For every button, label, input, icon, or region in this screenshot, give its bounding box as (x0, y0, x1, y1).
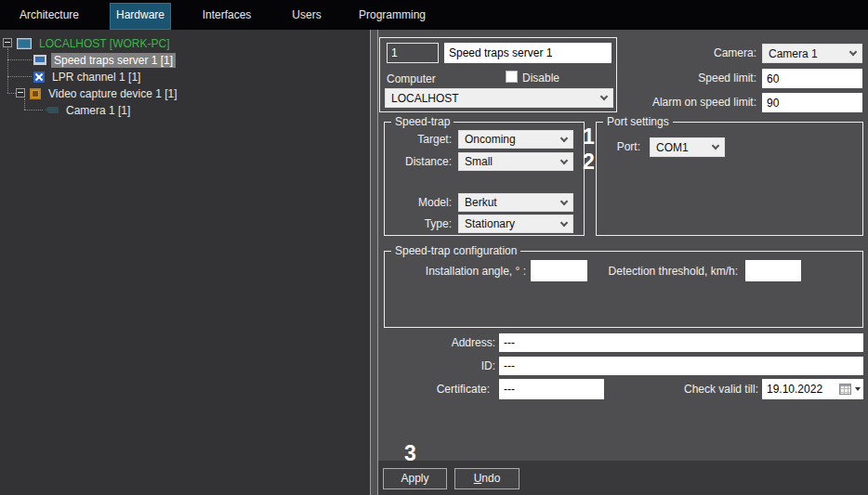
speed-trap-configuration-group: Speed-trap configuration Installation an… (384, 251, 863, 328)
identity-group: Computer Disable LOCALHOST (379, 37, 617, 112)
tree-item-label[interactable]: LPR channel 1 [1] (49, 70, 143, 85)
step-1-annotation: 1 (583, 124, 595, 150)
computer-select-value: LOCALHOST (391, 92, 459, 105)
main-tab-bar: Architecture Hardware Interfaces Users P… (0, 0, 868, 30)
tree-item-label-selected[interactable]: Speed traps server 1 [1] (51, 53, 176, 68)
tree-connector (7, 48, 8, 93)
certificate-label: Certificate: (437, 383, 490, 396)
undo-button[interactable]: Undo (454, 468, 519, 489)
tree-item-video-capture-device[interactable]: Video capture device 1 [1] (30, 85, 180, 101)
check-valid-till-label: Check valid till: (684, 383, 758, 396)
camera-icon (48, 107, 59, 113)
type-select[interactable]: Stationary (458, 215, 573, 233)
speed-trap-legend: Speed-trap (391, 115, 454, 128)
detection-threshold-field[interactable] (745, 260, 801, 281)
tree-item-speed-traps-server[interactable]: Speed traps server 1 [1] (33, 52, 176, 68)
distance-select-value: Small (465, 155, 493, 168)
target-select[interactable]: Oncoming (458, 130, 573, 149)
chevron-down-icon (560, 218, 568, 226)
speed-limit-label: Speed limit: (698, 72, 756, 85)
model-select-value: Berkut (465, 196, 497, 209)
monitor-icon (17, 38, 32, 49)
id-field[interactable] (499, 357, 863, 375)
undo-label-rest: ndo (481, 472, 500, 485)
port-settings-legend: Port settings (603, 115, 673, 128)
port-select[interactable]: COM1 (650, 137, 725, 157)
speed-trap-configuration-legend: Speed-trap configuration (391, 244, 520, 257)
camera-label: Camera: (714, 46, 756, 59)
id-label: ID: (481, 359, 495, 372)
certificate-field[interactable] (499, 379, 604, 399)
device-name-field[interactable] (444, 43, 612, 63)
collapse-icon[interactable] (16, 88, 25, 98)
undo-accelerator: U (474, 472, 482, 485)
tree-connector (7, 76, 32, 77)
alarm-speed-limit-field[interactable] (762, 93, 862, 112)
device-settings-panel: Computer Disable LOCALHOST Camera: Camer… (378, 30, 868, 461)
installation-angle-label: Installation angle, ° : (426, 265, 526, 278)
speed-trap-group: Speed-trap Target: Oncoming Distance: Sm… (384, 122, 585, 236)
check-valid-till-datepicker[interactable]: 19.10.2022 (762, 379, 863, 399)
tree-item-label[interactable]: Camera 1 [1] (63, 103, 133, 118)
chevron-down-icon (849, 48, 857, 56)
hardware-tree-panel: LOCALHOST [WORK-PC] Speed traps server 1… (0, 30, 371, 495)
tab-programming[interactable]: Programming (351, 3, 433, 30)
disable-checkbox[interactable] (506, 71, 518, 83)
tab-hardware[interactable]: Hardware (110, 3, 171, 30)
tree-connector (24, 98, 25, 110)
capture-device-icon (30, 88, 41, 99)
type-select-value: Stationary (465, 217, 515, 230)
camera-select-value: Camera 1 (769, 47, 818, 60)
type-label: Type: (425, 217, 452, 230)
camera-select[interactable]: Camera 1 (762, 44, 862, 63)
tree-connector (7, 93, 16, 94)
alarm-speed-limit-label: Alarm on speed limit: (652, 96, 756, 109)
tab-interfaces[interactable]: Interfaces (190, 3, 264, 30)
tree-item-camera[interactable]: Camera 1 [1] (45, 102, 133, 118)
action-button-bar: Apply Undo (378, 461, 868, 495)
dropdown-arrow-icon[interactable] (855, 387, 861, 391)
apply-button[interactable]: Apply (383, 468, 447, 489)
port-settings-group: Port settings Port: COM1 (596, 122, 863, 236)
port-label: Port: (617, 140, 640, 153)
port-select-value: COM1 (656, 141, 689, 154)
model-select[interactable]: Berkut (458, 193, 573, 212)
panel-splitter[interactable] (370, 30, 378, 495)
tree-item-label[interactable]: Video capture device 1 [1] (46, 86, 180, 101)
chevron-down-icon (560, 197, 568, 204)
detection-threshold-label: Detection threshold, km/h: (609, 265, 738, 278)
address-field[interactable] (499, 333, 863, 352)
collapse-icon[interactable] (3, 38, 12, 47)
tree-item-localhost[interactable]: LOCALHOST [WORK-PC] (17, 35, 172, 51)
server-icon (33, 55, 46, 65)
computer-label: Computer (387, 72, 436, 85)
tab-architecture[interactable]: Architecture (7, 3, 91, 30)
speed-limit-field[interactable] (762, 69, 862, 88)
model-label: Model: (418, 196, 452, 209)
tree-item-label[interactable]: LOCALHOST [WORK-PC] (36, 36, 172, 51)
tree-item-lpr-channel[interactable]: LPR channel 1 [1] (33, 69, 143, 85)
lpr-channel-icon (33, 72, 45, 83)
tree-connector (7, 59, 32, 60)
date-value: 19.10.2022 (767, 383, 839, 396)
tab-users[interactable]: Users (283, 3, 331, 30)
target-label: Target: (417, 133, 452, 146)
address-label: Address: (452, 336, 495, 349)
step-2-annotation: 2 (583, 150, 595, 175)
chevron-down-icon (560, 134, 568, 141)
chevron-down-icon (600, 93, 608, 100)
target-select-value: Oncoming (465, 133, 516, 146)
calendar-icon[interactable] (839, 384, 851, 395)
installation-angle-field[interactable] (531, 260, 587, 281)
device-id-field[interactable] (387, 43, 439, 63)
distance-select[interactable]: Small (458, 152, 573, 171)
chevron-down-icon (560, 156, 568, 163)
computer-select[interactable]: LOCALHOST (385, 88, 613, 108)
disable-label: Disable (522, 72, 559, 85)
tree-connector (24, 110, 43, 111)
chevron-down-icon (712, 142, 719, 150)
distance-label: Distance: (405, 155, 452, 168)
